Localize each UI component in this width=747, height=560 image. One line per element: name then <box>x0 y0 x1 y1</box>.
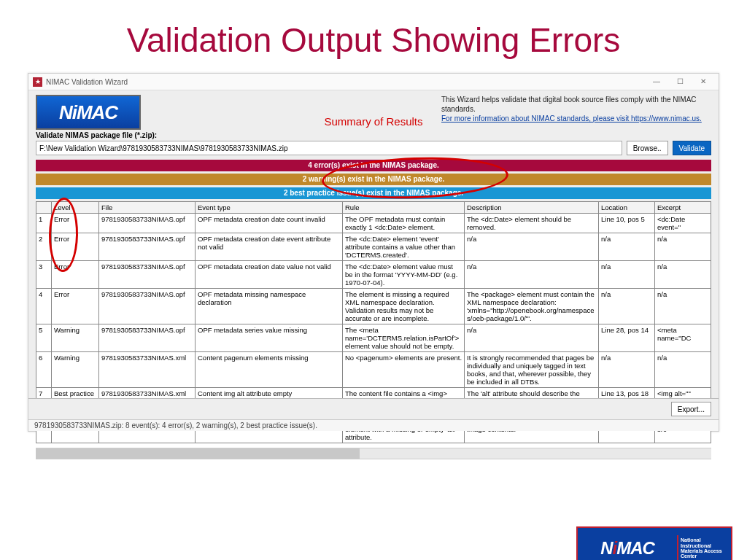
cell-n: 1 <box>36 214 52 233</box>
cell-excerpt: n/a <box>655 289 711 324</box>
export-button[interactable]: Export... <box>671 402 711 416</box>
cell-rule: The <dc:Date> element 'event' attribute … <box>343 233 465 261</box>
cell-event: OPF metadata creation date count invalid <box>196 214 343 233</box>
col-location[interactable]: Location <box>599 202 655 214</box>
cell-excerpt: <dc:Date event=" <box>655 214 711 233</box>
cell-event: OPF metadata creation date value not val… <box>196 261 343 289</box>
cell-level: Error <box>52 289 99 324</box>
cell-rule: The OPF metadata must contain exactly 1 … <box>343 214 465 233</box>
help-text: This Wizard helps validate that digital … <box>441 95 711 114</box>
table-row[interactable]: 2Error9781930583733NIMAS.opfOPF metadata… <box>36 233 711 261</box>
scrollbar-thumb[interactable] <box>36 448 360 459</box>
table-row[interactable]: 4Error9781930583733NIMAS.opfOPF metadata… <box>36 289 711 324</box>
table-row[interactable]: 5Warning9781930583733NIMAS.opfOPF metada… <box>36 324 711 352</box>
path-label: Validate NIMAS package file (*.zip): <box>36 131 711 139</box>
cell-file: 9781930583733NIMAS.opf <box>99 214 196 233</box>
cell-desc: It is strongly recommended that pages be… <box>465 352 599 388</box>
cell-event: Content pagenum elements missing <box>196 352 343 388</box>
cell-loc: n/a <box>599 233 655 261</box>
col-description[interactable]: Description <box>465 202 599 214</box>
status-bar: 9781930583733NIMAS.zip: 8 event(s): 4 er… <box>28 419 719 431</box>
slide-title: Validation Output Showing Errors <box>0 20 747 60</box>
window-titlebar: NIMAC Validation Wizard — ☐ ✕ <box>28 74 719 90</box>
cell-rule: No <pagenum> elements are present. <box>343 352 465 388</box>
warnings-banner: 2 warning(s) exist in the NIMAS package. <box>36 174 711 185</box>
validate-button[interactable]: Validate <box>673 141 711 155</box>
footer-logo: NiMAC National Instructional Materials A… <box>576 526 732 560</box>
maximize-button[interactable]: ☐ <box>669 75 691 88</box>
table-header-row: Level File Event type Rule Description L… <box>36 202 711 214</box>
cell-excerpt: n/a <box>655 261 711 289</box>
cell-file: 9781930583733NIMAS.opf <box>99 289 196 324</box>
cell-desc: n/a <box>465 261 599 289</box>
cell-n: 5 <box>36 324 52 352</box>
cell-n: 6 <box>36 352 52 388</box>
col-level[interactable]: Level <box>52 202 99 214</box>
cell-excerpt: n/a <box>655 233 711 261</box>
table-row[interactable]: 1Error9781930583733NIMAS.opfOPF metadata… <box>36 214 711 233</box>
cell-file: 9781930583733NIMAS.xml <box>99 352 196 388</box>
minimize-button[interactable]: — <box>646 75 667 88</box>
cell-loc: Line 28, pos 14 <box>599 324 655 352</box>
cell-file: 9781930583733NIMAS.opf <box>99 324 196 352</box>
horizontal-scrollbar[interactable] <box>36 448 711 459</box>
col-event[interactable]: Event type <box>196 202 343 214</box>
best-practice-banner: 2 best practice issue(s) exist in the NI… <box>36 187 711 199</box>
cell-level: Error <box>52 261 99 289</box>
cell-n: 4 <box>36 289 52 324</box>
cell-loc: n/a <box>599 352 655 388</box>
close-button[interactable]: ✕ <box>692 75 714 88</box>
app-icon <box>33 77 42 87</box>
cell-desc: The <dc:Date> element should be removed. <box>465 214 599 233</box>
cell-file: 9781930583733NIMAS.opf <box>99 233 196 261</box>
cell-event: OPF metadata missing namespace declarati… <box>196 289 343 324</box>
footer-logo-text: NiMAC <box>578 538 677 559</box>
cell-rule: The <dc:Date> element value must be in t… <box>343 261 465 289</box>
table-row[interactable]: 3Error9781930583733NIMAS.opfOPF metadata… <box>36 261 711 289</box>
cell-file: 9781930583733NIMAS.opf <box>99 261 196 289</box>
app-window: NIMAC Validation Wizard — ☐ ✕ NiMAC Summ… <box>28 73 719 432</box>
package-path-input[interactable] <box>36 141 622 155</box>
cell-excerpt: <meta name="DC <box>655 324 711 352</box>
cell-desc: n/a <box>465 233 599 261</box>
footer-logo-subtitle: National Instructional Materials Access … <box>677 535 731 560</box>
col-rule[interactable]: Rule <box>343 202 465 214</box>
col-excerpt[interactable]: Excerpt <box>655 202 711 214</box>
browse-button[interactable]: Browse.. <box>627 141 668 155</box>
window-title: NIMAC Validation Wizard <box>46 78 128 86</box>
cell-level: Warning <box>52 352 99 388</box>
cell-rule: The <meta name='DCTERMS.relation.isPartO… <box>343 324 465 352</box>
cell-desc: n/a <box>465 324 599 352</box>
cell-level: Error <box>52 233 99 261</box>
col-index[interactable] <box>36 202 52 214</box>
cell-loc: n/a <box>599 261 655 289</box>
presentation-slide: Validation Output Showing Errors NIMAC V… <box>0 20 747 560</box>
cell-loc: n/a <box>599 289 655 324</box>
cell-loc: Line 10, pos 5 <box>599 214 655 233</box>
cell-n: 3 <box>36 261 52 289</box>
cell-level: Error <box>52 214 99 233</box>
col-file[interactable]: File <box>99 202 196 214</box>
summary-heading: Summary of Results <box>28 115 719 128</box>
cell-excerpt: n/a <box>655 352 711 388</box>
cell-event: OPF metadata creation date event attribu… <box>196 233 343 261</box>
cell-event: OPF metadata series value missing <box>196 324 343 352</box>
cell-rule: The element is missing a required XML na… <box>343 289 465 324</box>
errors-banner: 4 error(s) exist in the NIMAS package. <box>36 160 711 171</box>
table-row[interactable]: 6Warning9781930583733NIMAS.xmlContent pa… <box>36 352 711 388</box>
cell-n: 2 <box>36 233 52 261</box>
cell-desc: The <package> element must contain the X… <box>465 289 599 324</box>
cell-level: Warning <box>52 324 99 352</box>
